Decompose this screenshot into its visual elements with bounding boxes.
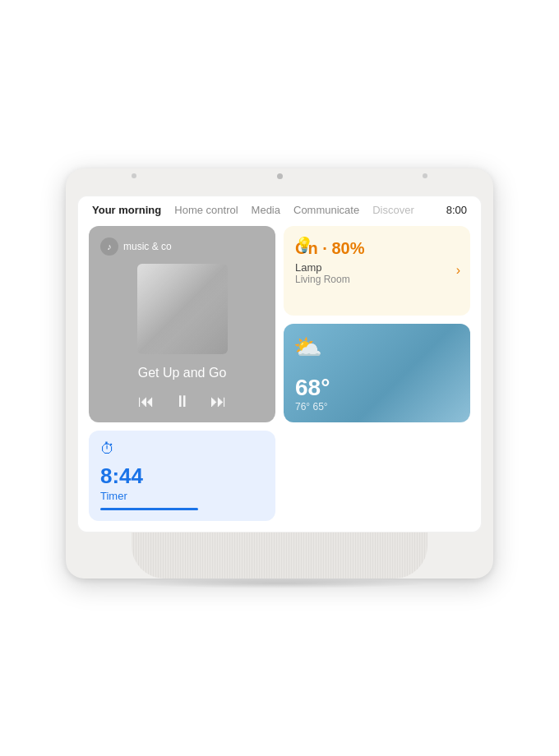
music-card[interactable]: ♪ music & co Get Up and Go ⏮ ⏸ ⏭ — [89, 226, 275, 422]
smart-display: Your morning Home control Media Communic… — [66, 168, 493, 579]
nav-item-communicate[interactable]: Communicate — [293, 204, 359, 216]
device-screen: Your morning Home control Media Communic… — [77, 196, 482, 532]
speaker-fabric — [132, 532, 427, 579]
camera-dot-right — [423, 173, 427, 178]
song-title: Get Up and Go — [138, 366, 227, 380]
weather-icon: ⛅ — [293, 334, 322, 361]
lamp-location: Living Room — [295, 274, 459, 285]
timer-progress-bar — [100, 508, 198, 510]
timer-icon: ⏱ — [100, 440, 115, 458]
nav-item-media[interactable]: Media — [252, 204, 280, 216]
lamp-status: On · 80% — [295, 239, 459, 258]
nav-time: 8:00 — [446, 204, 467, 216]
lamp-arrow-icon[interactable]: › — [456, 263, 460, 278]
lamp-icon: 💡 — [295, 236, 313, 254]
weather-card[interactable]: ⛅ 68° 76° 65° — [284, 324, 470, 422]
lamp-card[interactable]: 💡 On · 80% Lamp Living Room › — [284, 226, 470, 316]
prev-button[interactable]: ⏮ — [138, 392, 155, 411]
weather-range: 76° 65° — [295, 401, 459, 413]
nav-bar: Your morning Home control Media Communic… — [77, 196, 482, 221]
speaker-shadow — [132, 579, 427, 588]
timer-value: 8:44 — [100, 463, 264, 489]
album-art — [137, 264, 228, 354]
device-wrapper: Your morning Home control Media Communic… — [66, 168, 493, 588]
music-service-name: music & co — [123, 241, 172, 252]
music-controls: ⏮ ⏸ ⏭ — [138, 392, 227, 411]
nav-item-your-morning[interactable]: Your morning — [92, 204, 161, 216]
next-button[interactable]: ⏭ — [210, 392, 227, 411]
timer-card[interactable]: ⏱ 8:44 Timer — [89, 431, 275, 521]
timer-icon-row: ⏱ — [100, 440, 264, 458]
timer-label: Timer — [100, 490, 264, 502]
music-header: ♪ music & co — [100, 237, 264, 256]
weather-temperature: 68° — [295, 375, 459, 401]
camera-bar — [66, 168, 493, 184]
nav-item-discover[interactable]: Discover — [372, 204, 414, 216]
camera-dot-center — [277, 173, 283, 179]
speaker-base — [132, 532, 427, 579]
content-grid: ♪ music & co Get Up and Go ⏮ ⏸ ⏭ 💡 O — [77, 221, 482, 532]
nav-item-home-control[interactable]: Home control — [174, 204, 238, 216]
play-pause-button[interactable]: ⏸ — [174, 392, 191, 411]
music-service-icon: ♪ — [100, 237, 118, 256]
camera-dot-left — [132, 173, 136, 178]
lamp-name: Lamp — [295, 261, 459, 274]
